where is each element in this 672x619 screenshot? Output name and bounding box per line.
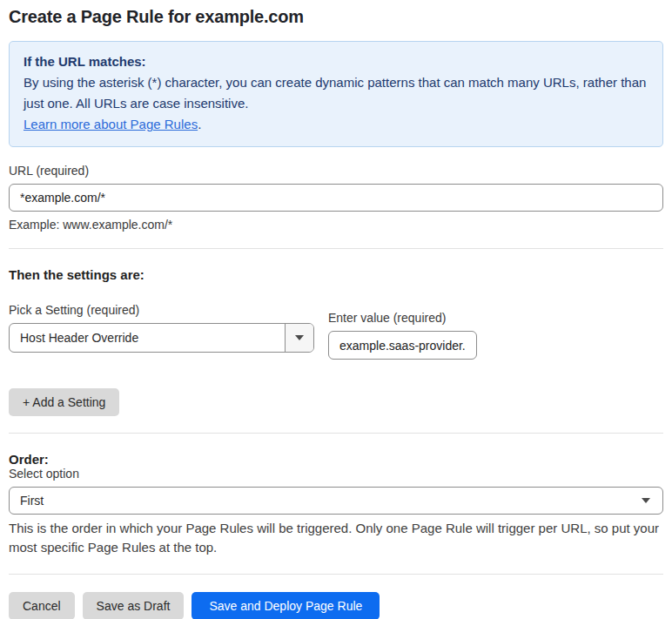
setting-value-input[interactable]: [328, 331, 477, 360]
url-example-hint: Example: www.example.com/*: [9, 218, 663, 232]
info-box-link-line: Learn more about Page Rules.: [24, 114, 648, 135]
info-box-heading: If the URL matches:: [24, 51, 648, 72]
url-match-info-box: If the URL matches: By using the asteris…: [9, 41, 663, 147]
order-section-heading: Order:: [9, 452, 663, 467]
footer-actions: Cancel Save as Draft Save and Deploy Pag…: [9, 592, 663, 619]
setting-picker-column: Pick a Setting (required) Host Header Ov…: [9, 303, 314, 360]
save-as-draft-button[interactable]: Save as Draft: [83, 592, 185, 619]
url-input[interactable]: [9, 184, 663, 212]
add-setting-button[interactable]: + Add a Setting: [9, 388, 119, 416]
order-select[interactable]: First: [9, 487, 663, 515]
order-select-label: Select option: [9, 467, 663, 481]
learn-more-page-rules-link[interactable]: Learn more about Page Rules: [24, 117, 198, 131]
page-title: Create a Page Rule for example.com: [9, 7, 663, 27]
chevron-down-icon: [295, 335, 304, 340]
link-suffix-period: .: [198, 117, 201, 131]
chevron-down-icon: [642, 498, 650, 503]
order-select-value: First: [20, 494, 44, 508]
create-page-rule-form: Create a Page Rule for example.com If th…: [0, 0, 672, 619]
setting-select-arrow-button[interactable]: [285, 324, 313, 352]
enter-value-label: Enter value (required): [328, 311, 477, 325]
save-and-deploy-button[interactable]: Save and Deploy Page Rule: [192, 592, 380, 619]
info-box-body: By using the asterisk (*) character, you…: [24, 72, 648, 114]
setting-value-column: Enter value (required): [328, 311, 477, 360]
settings-row: Pick a Setting (required) Host Header Ov…: [9, 303, 663, 360]
pick-setting-label: Pick a Setting (required): [9, 303, 314, 317]
setting-select-value: Host Header Override: [10, 324, 285, 352]
divider: [9, 248, 663, 249]
setting-select[interactable]: Host Header Override: [9, 323, 314, 353]
url-label: URL (required): [9, 164, 663, 178]
cancel-button[interactable]: Cancel: [9, 592, 75, 619]
order-help-text: This is the order in which your Page Rul…: [9, 519, 663, 557]
divider: [9, 433, 663, 434]
settings-section-heading: Then the settings are:: [9, 267, 663, 282]
divider: [9, 574, 663, 575]
